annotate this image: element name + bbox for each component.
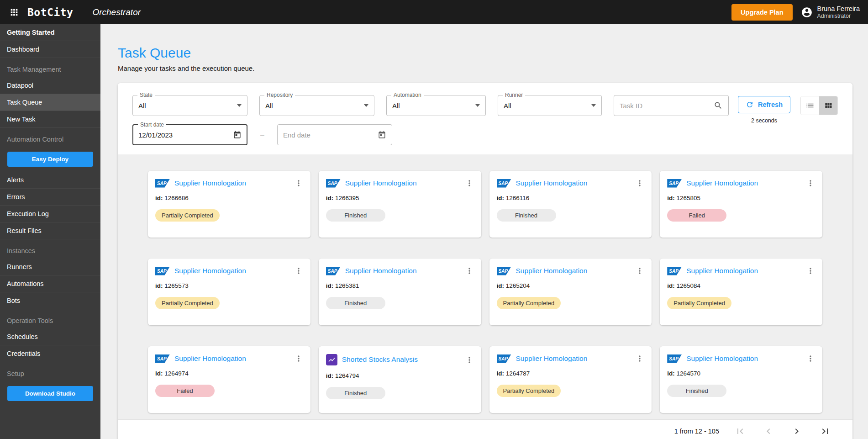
end-date-input[interactable] xyxy=(283,131,378,139)
task-card-title[interactable]: Supplier Homologation xyxy=(174,267,289,275)
task-grid: SAP Supplier Homologation id: 1266686 Pa… xyxy=(118,154,852,419)
search-icon[interactable] xyxy=(714,101,723,110)
task-card[interactable]: SAP Supplier Homologation id: 1266686 Pa… xyxy=(148,171,310,238)
sidebar-item-runners[interactable]: Runners xyxy=(0,259,100,275)
task-card-header: SAP Supplier Homologation xyxy=(667,354,815,363)
kebab-menu-icon[interactable] xyxy=(294,354,303,363)
kebab-menu-icon[interactable] xyxy=(465,179,474,188)
task-card-title[interactable]: Supplier Homologation xyxy=(516,354,631,363)
task-card-header: SAP Supplier Homologation xyxy=(497,354,645,363)
state-select-value: All xyxy=(138,102,146,110)
task-card[interactable]: SAP Supplier Homologation id: 1264787 Pa… xyxy=(489,346,652,413)
runner-select-value: All xyxy=(504,102,511,110)
kebab-menu-icon[interactable] xyxy=(465,355,474,365)
kebab-menu-icon[interactable] xyxy=(806,266,815,275)
kebab-menu-icon[interactable] xyxy=(294,266,303,275)
start-date-input[interactable] xyxy=(138,131,233,139)
previous-page-icon[interactable] xyxy=(763,426,774,437)
task-card-title[interactable]: Supplier Homologation xyxy=(686,267,801,275)
refresh-icon xyxy=(746,100,754,109)
task-card-title[interactable]: Supplier Homologation xyxy=(174,179,289,188)
kebab-menu-icon[interactable] xyxy=(465,266,474,275)
task-card[interactable]: SAP Supplier Homologation id: 1265204 Pa… xyxy=(489,259,652,325)
refresh-button[interactable]: Refresh xyxy=(738,96,790,113)
task-card-title[interactable]: Shorted Stocks Analysis xyxy=(342,355,460,364)
task-card-title[interactable]: Supplier Homologation xyxy=(174,354,289,363)
task-id-label: id: xyxy=(326,282,334,289)
task-id: id: 1265805 xyxy=(667,195,815,201)
task-card-title[interactable]: Supplier Homologation xyxy=(516,267,631,275)
sidebar-button-download-studio[interactable]: Download Studio xyxy=(7,386,93,401)
last-page-icon[interactable] xyxy=(820,426,831,437)
task-card-title[interactable]: Supplier Homologation xyxy=(686,179,801,188)
task-card[interactable]: SAP Supplier Homologation id: 1264570 Fi… xyxy=(660,346,822,413)
sidebar-item-credentials[interactable]: Credentials xyxy=(0,345,100,362)
sap-icon: SAP xyxy=(497,179,511,188)
task-card-title[interactable]: Supplier Homologation xyxy=(686,354,801,363)
user-menu[interactable]: Bruna Ferreira Administrator xyxy=(801,5,860,19)
automation-select[interactable]: Automation All xyxy=(386,95,486,116)
sidebar-item-automations[interactable]: Automations xyxy=(0,275,100,292)
task-id-label: id: xyxy=(497,195,505,201)
kebab-menu-icon[interactable] xyxy=(635,179,644,188)
task-card[interactable]: SAP Supplier Homologation id: 1265084 Pa… xyxy=(660,259,822,325)
task-card[interactable]: SAP Supplier Homologation id: 1264974 Fa… xyxy=(148,346,310,413)
sidebar-item-execution-log[interactable]: Execution Log xyxy=(0,206,100,222)
task-id-label: id: xyxy=(667,370,675,377)
task-card[interactable]: SAP Supplier Homologation id: 1266116 Fi… xyxy=(489,171,652,238)
sidebar-item-schedules[interactable]: Schedules xyxy=(0,328,100,345)
task-card-title[interactable]: Supplier Homologation xyxy=(516,179,631,188)
task-id: id: 1265573 xyxy=(155,282,303,289)
task-card[interactable]: SAP Supplier Homologation id: 1265573 Pa… xyxy=(148,259,310,325)
task-id: id: 1265084 xyxy=(667,282,815,289)
sidebar-item-result-files[interactable]: Result Files xyxy=(0,222,100,239)
task-id-label: id: xyxy=(667,282,675,289)
kebab-menu-icon[interactable] xyxy=(806,354,815,363)
task-id: id: 1265381 xyxy=(326,282,474,289)
sidebar-item-getting-started[interactable]: Getting Started xyxy=(0,24,100,41)
task-id-value: 1266116 xyxy=(506,195,530,201)
topbar-right: Upgrade Plan Bruna Ferreira Administrato… xyxy=(731,4,860,21)
kebab-menu-icon[interactable] xyxy=(806,179,815,188)
task-card[interactable]: SAP Supplier Homologation id: 1266395 Fi… xyxy=(319,171,481,238)
calendar-icon[interactable] xyxy=(378,131,386,139)
first-page-icon[interactable] xyxy=(735,426,746,437)
next-page-icon[interactable] xyxy=(791,426,802,437)
task-id-input[interactable] xyxy=(620,102,714,110)
task-id: id: 1264974 xyxy=(155,370,303,377)
kebab-menu-icon[interactable] xyxy=(635,266,644,275)
task-id-label: id: xyxy=(155,370,163,377)
task-id-value: 1264974 xyxy=(164,370,189,377)
task-card[interactable]: SAP Supplier Homologation id: 1265805 Fa… xyxy=(660,171,822,238)
sidebar-section-instances: Instances xyxy=(0,239,100,259)
sidebar-button-easy-deploy[interactable]: Easy Deploy xyxy=(7,152,93,167)
runner-select[interactable]: Runner All xyxy=(498,95,602,116)
repository-select[interactable]: Repository All xyxy=(259,95,374,116)
filter-row-dates: Start date – xyxy=(132,124,729,145)
task-id-value: 1265573 xyxy=(164,282,189,289)
task-card[interactable]: SAP Supplier Homologation id: 1265381 Fi… xyxy=(319,259,481,325)
task-card-header: SAP Supplier Homologation xyxy=(155,354,303,363)
kebab-menu-icon[interactable] xyxy=(294,179,303,188)
list-view-icon[interactable] xyxy=(801,96,819,115)
sidebar-item-new-task[interactable]: New Task xyxy=(0,111,100,128)
sidebar-item-task-queue[interactable]: Task Queue xyxy=(0,94,100,111)
botcity-logo: BotCity xyxy=(27,6,73,18)
grid-view-icon[interactable] xyxy=(819,96,837,115)
sidebar-item-datapool[interactable]: Datapool xyxy=(0,77,100,94)
calendar-icon[interactable] xyxy=(233,131,242,139)
kebab-menu-icon[interactable] xyxy=(635,354,644,363)
apps-grid-icon[interactable] xyxy=(8,6,20,18)
task-card-title[interactable]: Supplier Homologation xyxy=(345,179,460,188)
sidebar-item-alerts[interactable]: Alerts xyxy=(0,172,100,189)
status-badge: Finished xyxy=(326,297,385,309)
task-card[interactable]: Shorted Stocks Analysis id: 1264794 Fini… xyxy=(319,346,481,413)
sidebar-item-bots[interactable]: Bots xyxy=(0,292,100,309)
sidebar-item-dashboard[interactable]: Dashboard xyxy=(0,41,100,58)
product-name: Orchestrator xyxy=(92,7,141,17)
start-date-field: Start date xyxy=(132,124,247,145)
task-card-title[interactable]: Supplier Homologation xyxy=(345,267,460,275)
sidebar-item-errors[interactable]: Errors xyxy=(0,189,100,206)
state-select[interactable]: State All xyxy=(132,95,247,116)
upgrade-plan-button[interactable]: Upgrade Plan xyxy=(731,4,792,21)
